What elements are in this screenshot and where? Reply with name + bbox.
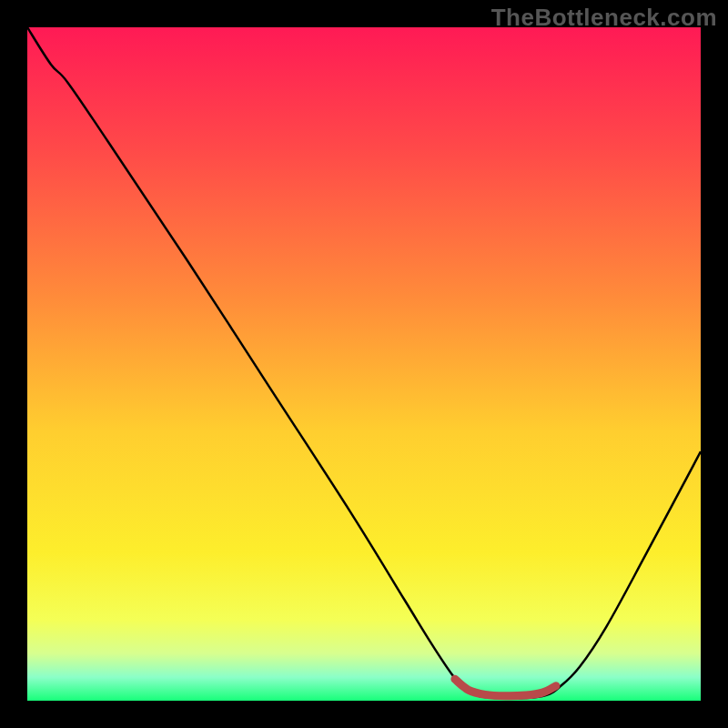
bottleneck-chart xyxy=(27,27,701,701)
gradient-bg xyxy=(27,27,701,701)
chart-frame xyxy=(27,27,701,701)
watermark-text: TheBottleneck.com xyxy=(491,4,717,32)
